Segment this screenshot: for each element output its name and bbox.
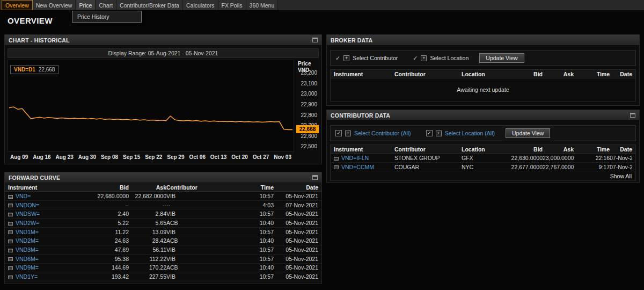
instrument-link[interactable]: VND1Y=	[16, 273, 38, 280]
instrument-cell: VND1Y=	[8, 273, 86, 280]
col-bid: Bid	[86, 184, 129, 191]
table-cell: VIB	[166, 273, 248, 280]
instrument-link[interactable]: VND3M=	[16, 247, 39, 253]
add-location-icon[interactable]: +	[436, 130, 442, 136]
table-cell: 47.69	[86, 247, 129, 253]
table-row[interactable]: VNDSW=2.402.84VIB10:5705-Nov-2021	[5, 209, 321, 219]
col-location: Location	[462, 71, 497, 77]
contributor-check-icon[interactable]: ✓	[335, 55, 340, 62]
tab-calculators[interactable]: Calculators	[183, 0, 218, 10]
col-bid: Bid	[497, 146, 543, 153]
table-row[interactable]: VND3M=47.6956.11VIB10:5705-Nov-2021	[5, 245, 321, 255]
table-cell: 05-Nov-2021	[274, 273, 318, 280]
popout-window-icon[interactable]	[312, 175, 318, 180]
table-row[interactable]: VNDON=------4:0307-Nov-2021	[5, 201, 321, 210]
table-cell: 5.22	[86, 220, 129, 226]
table-row[interactable]: VND2W=5.225.65ACB10:4005-Nov-2021	[5, 219, 321, 228]
tab-fx-polls[interactable]: FX Polls	[218, 0, 246, 10]
tab-chart[interactable]: Chart	[96, 0, 116, 10]
instrument-link[interactable]: VND=CCMM	[341, 164, 374, 170]
table-cell: 193.42	[86, 273, 129, 280]
chart-panel-title: CHART - HISTORICAL	[9, 37, 70, 44]
instrument-cell: VND=CCMM	[334, 164, 394, 170]
table-row[interactable]: VND9M=144.69170.22ACB10:4005-Nov-2021	[5, 264, 321, 273]
table-cell: 07-Nov-2021	[610, 164, 632, 170]
location-check-icon[interactable]: ✓	[413, 55, 418, 62]
tab-price[interactable]: Price	[76, 0, 96, 10]
table-cell: 05-Nov-2021	[274, 229, 318, 235]
col-date: Date	[610, 146, 632, 153]
col-ask: Ask	[543, 146, 574, 153]
table-cell: 10:57	[248, 193, 274, 199]
display-range-bar: Display Range: 05-Aug-2021 - 05-Nov-2021	[8, 48, 319, 58]
chart-plot[interactable]: VND=D1 22,668	[8, 60, 294, 152]
table-cell: STONEX GROUP	[394, 155, 462, 161]
table-cell: 05-Nov-2021	[274, 211, 318, 217]
tab-360-menu[interactable]: 360 Menu	[246, 0, 279, 10]
col-instrument: Instrument	[8, 184, 86, 191]
quote-icon	[8, 230, 13, 234]
chart-historical-panel: CHART - HISTORICAL Display Range: 05-Aug…	[4, 34, 322, 164]
broker-table-header: Instrument Contributor Location Bid Ask …	[331, 70, 635, 78]
select-contributor-link[interactable]: Select Contributor (All)	[354, 130, 411, 136]
add-contributor-icon[interactable]: +	[345, 130, 351, 136]
instrument-link[interactable]: VNDSW=	[16, 211, 40, 217]
x-axis-tick: Oct 27	[253, 154, 269, 162]
x-axis-tick: Oct 20	[231, 154, 248, 162]
tab-new-overview[interactable]: New Overview	[33, 0, 76, 10]
table-row[interactable]: VND6M=95.38112.22VIB10:5705-Nov-2021	[5, 255, 321, 264]
table-row[interactable]: VND2M=24.6328.42ACB10:4005-Nov-2021	[5, 236, 321, 245]
table-cell: VIB	[166, 256, 248, 262]
broker-panel-title: BROKER DATA	[331, 37, 372, 44]
table-cell: VIB	[166, 229, 248, 235]
table-cell: --	[166, 202, 248, 208]
instrument-link[interactable]: VND6M=	[16, 256, 39, 262]
add-location-icon[interactable]: +	[421, 55, 427, 61]
location-checkbox[interactable]: ✓	[426, 130, 433, 136]
table-row[interactable]: VND=IFLNSTONEX GROUPGFX22,630.000023,000…	[331, 154, 635, 163]
table-cell: VIB	[166, 211, 248, 217]
show-all-link[interactable]: Show All	[331, 171, 635, 180]
menu-bar: OverviewNew OverviewPriceChartContributo…	[0, 0, 644, 11]
instrument-link[interactable]: VND2W=	[16, 220, 39, 226]
table-cell: 4:03	[248, 202, 274, 208]
contributor-checkbox[interactable]: ✓	[335, 130, 342, 136]
instrument-link[interactable]: VND2M=	[16, 237, 39, 244]
table-cell: 22:16	[574, 155, 610, 161]
table-row[interactable]: VND1Y=193.42227.55VIB10:5705-Nov-2021	[5, 272, 321, 281]
instrument-link[interactable]: VND9M=	[16, 264, 39, 271]
table-cell: 07-Nov-2021	[274, 202, 318, 208]
table-cell: --	[129, 202, 166, 208]
instrument-link[interactable]: VND1M=	[16, 229, 39, 235]
col-instrument: Instrument	[334, 146, 394, 153]
add-contributor-icon[interactable]: +	[343, 55, 349, 61]
update-view-button[interactable]: Update View	[479, 53, 524, 63]
contributor-table: Instrument Contributor Location Bid Ask …	[330, 144, 636, 181]
table-cell: 144.69	[86, 264, 129, 271]
tab-contributor-broker-data[interactable]: Contributor/Broker Data	[116, 0, 183, 10]
instrument-link[interactable]: VND=	[16, 193, 31, 199]
table-row[interactable]: VND=22,680.000022,682.0000VIB10:5705-Nov…	[5, 192, 321, 201]
menu-item-price-history[interactable]: Price History	[72, 11, 141, 22]
table-cell: 56.11	[129, 247, 166, 253]
table-cell: 07-Nov-2021	[610, 155, 632, 161]
select-location-link[interactable]: Select Location (All)	[445, 130, 495, 136]
table-cell: 24.63	[86, 237, 129, 244]
y-axis-tick: 23,200	[301, 70, 317, 76]
table-cell: 9:17	[574, 164, 610, 170]
instrument-link[interactable]: VNDON=	[16, 202, 39, 208]
col-contributor: Contributor	[394, 146, 462, 153]
table-row[interactable]: VND=CCMMCOUGARNYC22,677.000022,767.00009…	[331, 163, 635, 172]
instrument-cell: VND2M=	[8, 237, 86, 244]
table-cell: 05-Nov-2021	[274, 264, 318, 271]
col-location: Location	[462, 146, 497, 153]
instrument-cell: VND3M=	[8, 247, 86, 253]
instrument-link[interactable]: VND=IFLN	[341, 155, 369, 161]
table-row[interactable]: VND1M=11.2213.09VIB10:5705-Nov-2021	[5, 228, 321, 237]
table-cell: GFX	[462, 155, 497, 161]
quote-icon	[8, 276, 13, 279]
tab-overview[interactable]: Overview	[2, 0, 33, 10]
popout-window-icon[interactable]	[312, 38, 318, 42]
popout-window-icon[interactable]	[630, 113, 635, 118]
update-view-button[interactable]: Update View	[506, 128, 550, 138]
